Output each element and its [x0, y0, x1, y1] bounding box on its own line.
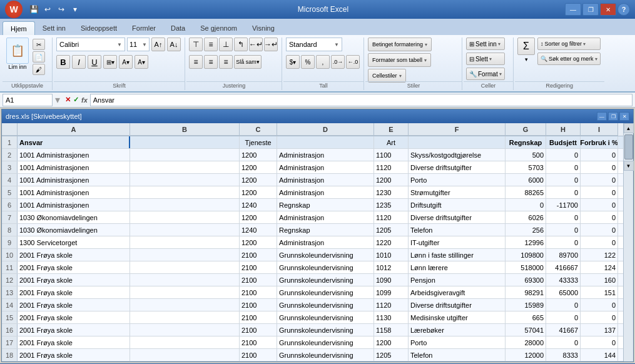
- cell-b[interactable]: [130, 261, 240, 273]
- cell-e[interactable]: 1120: [374, 299, 409, 311]
- cell-i[interactable]: 0: [581, 199, 618, 211]
- cell-j[interactable]: 1: [618, 249, 623, 261]
- cell-j[interactable]: [618, 161, 623, 173]
- cell-g[interactable]: 28000: [505, 336, 546, 348]
- cell-f[interactable]: Medisinske utgifter: [409, 311, 505, 323]
- cell-h[interactable]: 0: [546, 299, 581, 311]
- cell-d[interactable]: Grunnskoleundervisning: [277, 274, 374, 286]
- cell-a[interactable]: Ansvar: [18, 136, 130, 148]
- conditional-formatting-button[interactable]: Betinget formatering ▾: [368, 38, 432, 51]
- table-row[interactable]: 5 1001 Administrasjonen 1200 Administras…: [2, 186, 623, 199]
- cell-i[interactable]: 0: [581, 336, 618, 348]
- cell-i[interactable]: Forbruk i %: [581, 136, 618, 148]
- cell-a[interactable]: 1001 Administrasjonen: [18, 186, 130, 198]
- name-box[interactable]: A1: [3, 94, 53, 106]
- cell-b[interactable]: [130, 286, 240, 298]
- cell-g[interactable]: 6000: [505, 174, 546, 186]
- tab-visning[interactable]: Visning: [245, 21, 282, 35]
- cell-c[interactable]: 1200: [240, 186, 277, 198]
- increase-font-button[interactable]: A↑: [151, 38, 165, 51]
- cell-g[interactable]: 12000: [505, 349, 546, 361]
- maximize-button[interactable]: ❐: [582, 3, 599, 16]
- percent-button[interactable]: %: [301, 55, 315, 69]
- cell-j[interactable]: [618, 274, 623, 286]
- cell-i[interactable]: 122: [581, 249, 618, 261]
- cell-g[interactable]: 88265: [505, 186, 546, 198]
- table-row[interactable]: 1 Ansvar Tjeneste Art Regnskap Budsjett …: [2, 136, 623, 149]
- cell-j[interactable]: [618, 336, 623, 348]
- cell-j[interactable]: [618, 286, 623, 298]
- cell-g[interactable]: 12996: [505, 236, 546, 248]
- cell-i[interactable]: 0: [581, 211, 618, 223]
- cell-j[interactable]: 5: [618, 261, 623, 273]
- cell-f[interactable]: Diverse driftsutgifter: [409, 299, 505, 311]
- cell-c[interactable]: 1200: [240, 211, 277, 223]
- cell-a[interactable]: 2001 Frøya skole: [18, 274, 130, 286]
- cell-b[interactable]: [130, 149, 240, 161]
- cell-h[interactable]: 43333: [546, 274, 581, 286]
- cell-d[interactable]: Grunnskoleundervisning: [277, 249, 374, 261]
- format-painter-button[interactable]: 🖌: [33, 64, 45, 75]
- cell-a[interactable]: 2001 Frøya skole: [18, 324, 130, 336]
- table-row[interactable]: 9 1300 Servicetorget 1200 Administrasjon…: [2, 236, 623, 249]
- cell-b[interactable]: [130, 249, 240, 261]
- cell-f[interactable]: Telefon: [409, 349, 505, 361]
- cell-a[interactable]: 1001 Administrasjonen: [18, 174, 130, 186]
- cell-a[interactable]: 2001 Frøya skole: [18, 261, 130, 273]
- cell-j[interactable]: [618, 299, 623, 311]
- cell-i[interactable]: 160: [581, 274, 618, 286]
- cell-b[interactable]: [130, 186, 240, 198]
- cell-d[interactable]: [277, 136, 374, 148]
- cell-j[interactable]: [618, 236, 623, 248]
- table-row[interactable]: 10 2001 Frøya skole 2100 Grunnskoleunder…: [2, 249, 623, 261]
- cell-c[interactable]: 1200: [240, 174, 277, 186]
- cell-f[interactable]: [409, 136, 505, 148]
- cell-h[interactable]: 0: [546, 336, 581, 348]
- col-header-h[interactable]: H: [546, 123, 581, 136]
- cell-h[interactable]: 0: [546, 161, 581, 173]
- cell-b[interactable]: [130, 199, 240, 211]
- cell-i[interactable]: 0: [581, 224, 618, 236]
- align-center-button[interactable]: ≡: [204, 55, 218, 69]
- cell-g[interactable]: 69300: [505, 274, 546, 286]
- cell-i[interactable]: 0: [581, 236, 618, 248]
- cell-i[interactable]: 0: [581, 299, 618, 311]
- cell-j[interactable]: [618, 311, 623, 323]
- cell-e[interactable]: 1120: [374, 161, 409, 173]
- cell-i[interactable]: 0: [581, 161, 618, 173]
- cell-e[interactable]: 1099: [374, 286, 409, 298]
- table-row[interactable]: 11 2001 Frøya skole 2100 Grunnskoleunder…: [2, 261, 623, 274]
- cell-h[interactable]: Budsjett: [546, 136, 581, 148]
- tab-hjem[interactable]: Hjem: [3, 21, 35, 35]
- cell-h[interactable]: 89700: [546, 249, 581, 261]
- cell-c[interactable]: 1200: [240, 161, 277, 173]
- table-row[interactable]: 6 1001 Administrasjonen 1240 Regnskap 12…: [2, 199, 623, 211]
- cell-d[interactable]: Grunnskoleundervisning: [277, 261, 374, 273]
- cell-g[interactable]: 15989: [505, 299, 546, 311]
- col-header-d[interactable]: D: [277, 123, 374, 136]
- cell-b[interactable]: [130, 324, 240, 336]
- col-header-b[interactable]: B: [130, 123, 240, 136]
- cell-h[interactable]: 0: [546, 174, 581, 186]
- cell-f[interactable]: Diverse driftsutgifter: [409, 211, 505, 223]
- cell-e[interactable]: 1205: [374, 224, 409, 236]
- cell-f[interactable]: Pensjon: [409, 274, 505, 286]
- cell-e[interactable]: 1205: [374, 349, 409, 361]
- cell-i[interactable]: 144: [581, 349, 618, 361]
- format-as-table-button[interactable]: Formater som tabell ▾: [368, 53, 431, 67]
- cell-c[interactable]: 2100: [240, 311, 277, 323]
- table-row[interactable]: 16 2001 Frøya skole 2100 Grunnskoleunder…: [2, 324, 623, 336]
- cell-d[interactable]: Administrasjon: [277, 174, 374, 186]
- cell-d[interactable]: Administrasjon: [277, 161, 374, 173]
- cell-f[interactable]: Driftsutgift: [409, 199, 505, 211]
- tab-sideoppsett[interactable]: Sideoppsett: [73, 21, 124, 35]
- cell-b[interactable]: [130, 349, 240, 361]
- cell-b[interactable]: [130, 311, 240, 323]
- cell-a[interactable]: 1030 Økonomiavdelingen: [18, 224, 130, 236]
- cell-e[interactable]: 1200: [374, 336, 409, 348]
- align-middle-button[interactable]: ≡: [204, 38, 218, 51]
- cell-c[interactable]: 2100: [240, 261, 277, 273]
- cell-j[interactable]: [618, 149, 623, 161]
- cell-c[interactable]: 1200: [240, 149, 277, 161]
- cell-c[interactable]: 2100: [240, 299, 277, 311]
